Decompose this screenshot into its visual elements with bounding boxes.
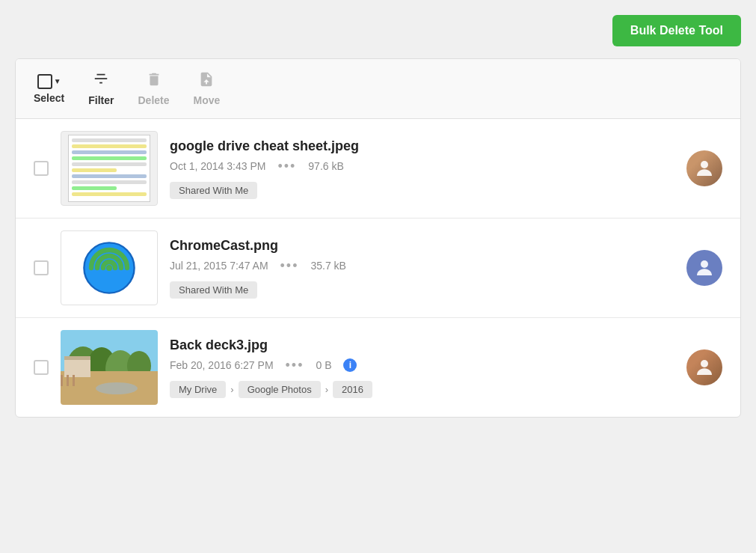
move-label: Move bbox=[194, 94, 221, 106]
file-meta: Feb 20, 2016 6:27 PM ••• 0 B i bbox=[170, 358, 674, 373]
select-label: Select bbox=[34, 92, 64, 104]
select-icon: ▼ bbox=[37, 74, 61, 89]
file-date: Oct 1, 2014 3:43 PM bbox=[170, 160, 265, 172]
file-thumbnail bbox=[61, 230, 158, 305]
svg-rect-14 bbox=[61, 375, 63, 386]
file-checkbox[interactable] bbox=[34, 260, 49, 275]
svg-rect-15 bbox=[67, 375, 69, 386]
file-tags: My Drive › Google Photos › 2016 bbox=[170, 381, 674, 398]
avatar bbox=[686, 150, 722, 186]
file-name: Back deck3.jpg bbox=[170, 337, 674, 353]
svg-point-4 bbox=[701, 260, 708, 268]
filter-icon bbox=[93, 71, 109, 91]
file-row: ChromeCast.png Jul 21, 2015 7:47 AM ••• … bbox=[16, 219, 740, 318]
file-name: ChromeCast.png bbox=[170, 238, 674, 254]
file-meta: Jul 21, 2015 7:47 AM ••• 35.7 kB bbox=[170, 258, 674, 274]
svg-point-2 bbox=[106, 265, 112, 271]
file-name: google drive cheat sheet.jpeg bbox=[170, 138, 674, 154]
file-date: Jul 21, 2015 7:47 AM bbox=[170, 260, 268, 272]
delete-label: Delete bbox=[138, 94, 169, 106]
info-icon[interactable]: i bbox=[343, 358, 357, 372]
file-checkbox[interactable] bbox=[34, 360, 49, 375]
svg-rect-11 bbox=[64, 358, 90, 377]
avatar bbox=[686, 250, 722, 286]
dots-menu[interactable]: ••• bbox=[286, 358, 304, 373]
filter-label: Filter bbox=[88, 94, 114, 106]
file-date: Feb 20, 2016 6:27 PM bbox=[170, 359, 274, 371]
file-meta: Oct 1, 2014 3:43 PM ••• 97.6 kB bbox=[170, 159, 674, 174]
svg-point-13 bbox=[96, 382, 138, 394]
checkbox-icon bbox=[37, 74, 52, 89]
file-size: 97.6 kB bbox=[308, 160, 343, 172]
move-tool[interactable]: Move bbox=[194, 71, 221, 106]
breadcrumb-separator: › bbox=[325, 384, 328, 395]
select-tool[interactable]: ▼ Select bbox=[34, 74, 64, 104]
google-photos-tag[interactable]: Google Photos bbox=[239, 381, 321, 398]
dots-menu[interactable]: ••• bbox=[277, 159, 296, 174]
svg-rect-12 bbox=[64, 356, 90, 360]
file-info: google drive cheat sheet.jpeg Oct 1, 201… bbox=[170, 138, 674, 199]
svg-point-0 bbox=[701, 161, 708, 168]
toolbar: ▼ Select Filter Delete Move bbox=[16, 59, 740, 119]
svg-rect-16 bbox=[73, 375, 75, 386]
shared-with-me-tag[interactable]: Shared With Me bbox=[170, 182, 257, 199]
delete-icon bbox=[146, 71, 162, 91]
dropdown-arrow-icon: ▼ bbox=[54, 77, 61, 85]
main-panel: ▼ Select Filter Delete Move bbox=[15, 58, 741, 418]
file-size: 0 B bbox=[316, 359, 331, 371]
file-tags: Shared With Me bbox=[170, 281, 674, 299]
filter-tool[interactable]: Filter bbox=[88, 71, 114, 106]
bulk-delete-button[interactable]: Bulk Delete Tool bbox=[612, 15, 741, 46]
file-info: Back deck3.jpg Feb 20, 2016 6:27 PM ••• … bbox=[170, 337, 674, 398]
file-tags: Shared With Me bbox=[170, 182, 674, 199]
file-row: google drive cheat sheet.jpeg Oct 1, 201… bbox=[16, 119, 740, 219]
shared-with-me-tag[interactable]: Shared With Me bbox=[170, 281, 257, 299]
svg-point-17 bbox=[701, 360, 708, 367]
year-tag[interactable]: 2016 bbox=[333, 381, 372, 398]
move-icon bbox=[198, 71, 215, 91]
file-info: ChromeCast.png Jul 21, 2015 7:47 AM ••• … bbox=[170, 238, 674, 299]
my-drive-tag[interactable]: My Drive bbox=[170, 381, 226, 398]
avatar bbox=[686, 349, 722, 385]
file-thumbnail bbox=[61, 131, 158, 206]
file-thumbnail bbox=[61, 330, 158, 405]
file-row: Back deck3.jpg Feb 20, 2016 6:27 PM ••• … bbox=[16, 318, 740, 417]
dots-menu[interactable]: ••• bbox=[280, 258, 299, 274]
file-checkbox[interactable] bbox=[34, 161, 49, 176]
file-size: 35.7 kB bbox=[310, 260, 345, 272]
breadcrumb-separator: › bbox=[230, 384, 233, 395]
delete-tool[interactable]: Delete bbox=[138, 71, 169, 106]
